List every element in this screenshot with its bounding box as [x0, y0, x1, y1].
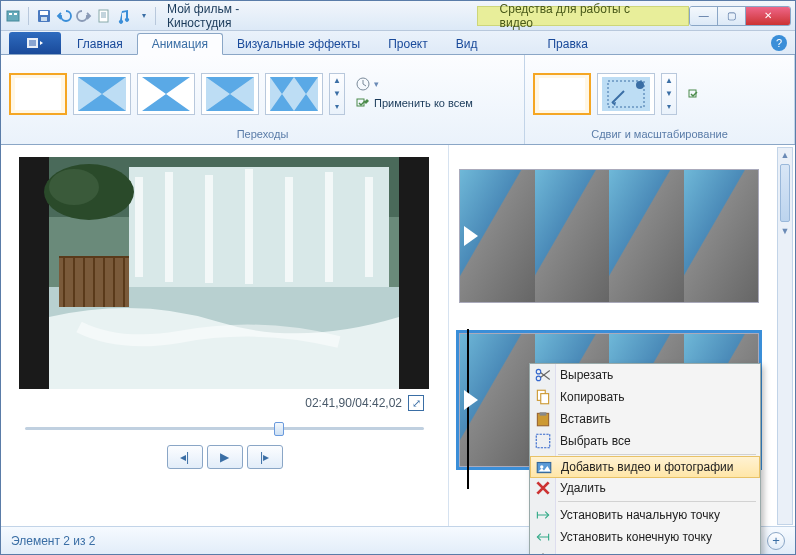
ctx-add-media[interactable]: Добавить видео и фотографии: [530, 456, 760, 478]
quick-access-toolbar: ▾: [5, 7, 152, 25]
transition-item[interactable]: [137, 73, 195, 115]
ctx-delete[interactable]: Удалить: [530, 477, 760, 499]
transitions-group-label: Переходы: [9, 128, 516, 142]
preview-pane: 02:41,90/04:42,02 ⤢ ◂| ▶ |▸: [1, 145, 449, 527]
ctx-split[interactable]: Разделить: [530, 548, 760, 555]
tab-animation[interactable]: Анимация: [137, 33, 223, 55]
tab-project[interactable]: Проект: [374, 34, 442, 54]
paste-icon: [534, 410, 552, 428]
seek-thumb[interactable]: [274, 422, 284, 436]
svg-point-27: [49, 169, 99, 205]
clock-icon: [355, 76, 371, 92]
window-buttons: ― ▢ ✕: [689, 6, 791, 26]
panzoom-item[interactable]: [597, 73, 655, 115]
apply-all-button[interactable]: Применить ко всем: [355, 95, 473, 111]
window-title: Мой фильм - Киностудия: [167, 2, 307, 30]
transition-item[interactable]: [265, 73, 323, 115]
close-button[interactable]: ✕: [746, 7, 790, 25]
prev-frame-button[interactable]: ◂|: [167, 445, 203, 469]
select-all-icon: [534, 432, 552, 450]
ctx-set-end[interactable]: Установить конечную точку: [530, 526, 760, 548]
svg-rect-31: [541, 394, 549, 404]
split-icon: [534, 550, 552, 555]
panzoom-group-label: Сдвиг и масштабирование: [533, 128, 786, 142]
undo-icon[interactable]: [56, 8, 72, 24]
delete-icon: [534, 479, 552, 497]
transition-none[interactable]: [9, 73, 67, 115]
ctx-cut[interactable]: Вырезать: [530, 364, 760, 386]
duration-dropdown[interactable]: ▾: [355, 76, 473, 92]
copy-icon: [534, 388, 552, 406]
svg-rect-2: [14, 13, 17, 15]
tab-main[interactable]: Главная: [63, 34, 137, 54]
zoom-in-button[interactable]: +: [767, 532, 785, 550]
seek-bar[interactable]: [19, 419, 430, 437]
svg-rect-4: [40, 11, 48, 15]
set-end-icon: [534, 528, 552, 546]
save-icon[interactable]: [36, 8, 52, 24]
ctx-set-start[interactable]: Установить начальную точку: [530, 504, 760, 526]
preview-video[interactable]: [19, 157, 429, 389]
fullscreen-icon[interactable]: ⤢: [408, 395, 424, 411]
play-button[interactable]: ▶: [207, 445, 243, 469]
clip-play-icon: [464, 226, 478, 246]
context-menu: Вырезать Копировать Вставить Выбрать все…: [529, 363, 761, 555]
ctx-copy[interactable]: Копировать: [530, 386, 760, 408]
svg-rect-6: [99, 10, 108, 22]
svg-rect-0: [7, 11, 19, 21]
scissors-icon: [534, 366, 552, 384]
app-icon: [5, 8, 21, 24]
ribbon: ▲▼▾ ▾ Применить ко всем Переходы ▲▼▾: [1, 55, 795, 145]
status-item-count: Элемент 2 из 2: [11, 534, 96, 548]
panzoom-none[interactable]: [533, 73, 591, 115]
maximize-button[interactable]: ▢: [718, 7, 746, 25]
redo-icon[interactable]: [76, 8, 92, 24]
transition-item[interactable]: [73, 73, 131, 115]
svg-point-28: [536, 369, 541, 374]
tab-edit[interactable]: Правка: [533, 34, 602, 54]
panzoom-gallery-more[interactable]: ▲▼▾: [661, 73, 677, 115]
help-icon[interactable]: ?: [771, 35, 787, 51]
ribbon-tabs: Главная Анимация Визуальные эффекты Прое…: [1, 31, 795, 55]
ctx-paste[interactable]: Вставить: [530, 408, 760, 430]
svg-rect-16: [602, 77, 650, 111]
music-icon[interactable]: [116, 8, 132, 24]
panzoom-group: ▲▼▾ Сдвиг и масштабирование: [525, 55, 795, 144]
apply-all-label: Применить ко всем: [374, 97, 473, 109]
playback-controls: ◂| ▶ |▸: [19, 445, 430, 469]
file-menu-button[interactable]: [9, 32, 61, 54]
vertical-scrollbar[interactable]: ▲▼: [777, 147, 793, 525]
svg-point-18: [636, 81, 644, 89]
minimize-button[interactable]: ―: [690, 7, 718, 25]
apply-all-icon: [687, 86, 703, 102]
contextual-tab-label: Средства для работы с видео: [477, 6, 690, 26]
doc-icon[interactable]: [96, 8, 112, 24]
svg-rect-1: [9, 13, 12, 15]
svg-rect-34: [536, 434, 550, 448]
clip-play-icon: [464, 390, 478, 410]
add-media-icon: [535, 458, 553, 476]
svg-rect-33: [540, 412, 547, 415]
svg-point-29: [536, 376, 541, 381]
svg-rect-8: [15, 78, 61, 110]
apply-all-icon: [355, 95, 371, 111]
ctx-select-all[interactable]: Выбрать все: [530, 430, 760, 452]
transitions-gallery-more[interactable]: ▲▼▾: [329, 73, 345, 115]
tab-view[interactable]: Вид: [442, 34, 492, 54]
transition-item[interactable]: [201, 73, 259, 115]
qat-dropdown-icon[interactable]: ▾: [136, 8, 152, 24]
svg-rect-15: [539, 78, 585, 110]
time-display: 02:41,90/04:42,02: [305, 396, 402, 410]
title-bar: ▾ Мой фильм - Киностудия Средства для ра…: [1, 1, 795, 31]
panzoom-apply-all[interactable]: [687, 86, 703, 102]
set-start-icon: [534, 506, 552, 524]
timeline-clip[interactable]: [459, 169, 759, 303]
svg-rect-5: [41, 17, 47, 21]
transitions-group: ▲▼▾ ▾ Применить ко всем Переходы: [1, 55, 525, 144]
tab-effects[interactable]: Визуальные эффекты: [223, 34, 374, 54]
time-display-row: 02:41,90/04:42,02 ⤢: [19, 395, 430, 411]
next-frame-button[interactable]: |▸: [247, 445, 283, 469]
